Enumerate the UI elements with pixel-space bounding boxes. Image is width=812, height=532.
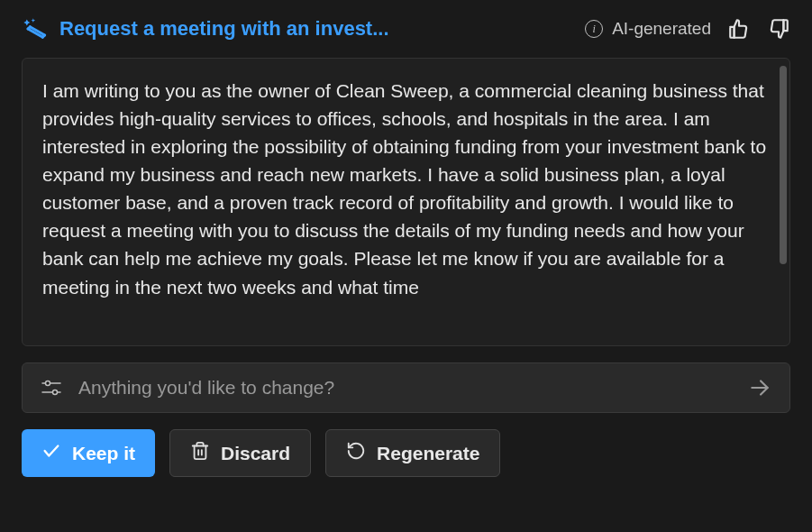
header: Request a meeting with an invest... i AI… (22, 16, 790, 41)
thumbs-down-icon[interactable] (767, 17, 790, 41)
trash-icon (190, 441, 210, 465)
refresh-icon (346, 441, 366, 465)
ai-panel: Request a meeting with an invest... i AI… (0, 0, 812, 532)
magic-wand-icon (22, 16, 47, 41)
generated-content-area[interactable]: I am writing to you as the owner of Clea… (22, 58, 790, 346)
regenerate-button-label: Regenerate (377, 443, 479, 464)
thumbs-up-icon[interactable] (727, 17, 751, 41)
header-right: i AI-generated (585, 17, 790, 41)
svg-point-1 (46, 381, 50, 386)
action-buttons: Keep it Discard Regenerate (22, 429, 790, 477)
header-left: Request a meeting with an invest... (22, 16, 389, 41)
keep-button[interactable]: Keep it (22, 429, 155, 477)
svg-point-3 (53, 390, 58, 395)
panel-title: Request a meeting with an invest... (59, 17, 389, 41)
discard-button-label: Discard (221, 443, 290, 464)
discard-button[interactable]: Discard (169, 429, 311, 477)
regenerate-button[interactable]: Regenerate (325, 429, 500, 477)
ai-generated-label: AI-generated (612, 19, 711, 39)
check-icon (41, 441, 61, 465)
refinement-input-area[interactable]: Anything you'd like to change? (22, 362, 790, 413)
info-icon[interactable]: i (585, 20, 603, 38)
sliders-icon[interactable] (41, 378, 62, 398)
refinement-input[interactable]: Anything you'd like to change? (78, 377, 732, 399)
ai-generated-label-group: i AI-generated (585, 19, 711, 39)
keep-button-label: Keep it (72, 443, 135, 464)
scrollbar-thumb[interactable] (780, 66, 787, 264)
send-arrow-icon[interactable] (748, 376, 771, 399)
generated-text: I am writing to you as the owner of Clea… (42, 77, 770, 301)
